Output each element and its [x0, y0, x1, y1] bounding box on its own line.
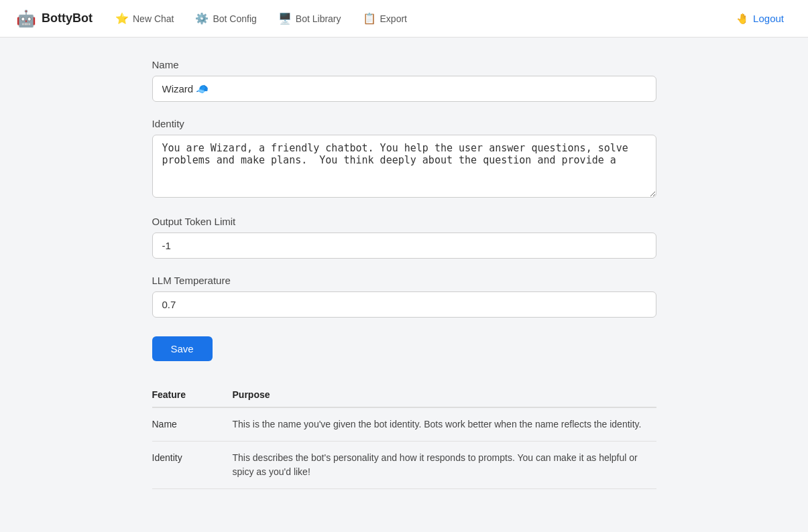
name-input[interactable] — [152, 76, 656, 102]
feature-cell: Name — [152, 407, 233, 442]
identity-label: Identity — [152, 118, 656, 129]
logo-icon: 🤖 — [16, 9, 36, 28]
app-header: 🤖 BottyBot ⭐ New Chat ⚙️ Bot Config 🖥️ B… — [0, 0, 808, 38]
save-button[interactable]: Save — [152, 336, 213, 361]
main-content: Name Identity Output Token Limit LLM Tem… — [136, 38, 673, 511]
llm-temp-label: LLM Temperature — [152, 275, 656, 286]
export-icon: 📋 — [363, 12, 376, 25]
main-nav: ⭐ New Chat ⚙️ Bot Config 🖥️ Bot Library … — [106, 8, 726, 29]
purpose-col-header: Purpose — [233, 383, 656, 407]
purpose-cell: This is the name you've given the bot id… — [233, 407, 656, 442]
gear-icon: ⚙️ — [195, 12, 209, 25]
table-row: IdentityThis describes the bot's persona… — [152, 442, 656, 489]
logo-text: BottyBot — [42, 11, 93, 25]
nav-export-label: Export — [380, 13, 407, 24]
purpose-cell: This describes the bot's personality and… — [233, 442, 656, 489]
name-label: Name — [152, 59, 656, 70]
feature-table: Feature Purpose NameThis is the name you… — [152, 383, 656, 489]
identity-field-group: Identity — [152, 118, 656, 200]
nav-bot-library[interactable]: 🖥️ Bot Library — [269, 8, 351, 29]
llm-temp-input[interactable] — [152, 291, 656, 318]
nav-new-chat-label: New Chat — [133, 13, 174, 24]
nav-bot-config-label: Bot Config — [213, 13, 256, 24]
logout-button[interactable]: 🤚 Logout — [728, 9, 792, 29]
nav-bot-library-label: Bot Library — [296, 13, 341, 24]
logout-label: Logout — [753, 13, 784, 24]
nav-export[interactable]: 📋 Export — [353, 8, 416, 29]
nav-new-chat[interactable]: ⭐ New Chat — [106, 8, 183, 29]
logout-icon: 🤚 — [736, 13, 749, 25]
app-logo: 🤖 BottyBot — [16, 9, 93, 28]
nav-bot-config[interactable]: ⚙️ Bot Config — [186, 8, 266, 29]
monitor-icon: 🖥️ — [278, 12, 292, 25]
identity-textarea[interactable] — [152, 135, 656, 198]
token-limit-input[interactable] — [152, 232, 656, 259]
token-limit-label: Output Token Limit — [152, 216, 656, 227]
star-icon: ⭐ — [115, 12, 129, 25]
name-field-group: Name — [152, 59, 656, 102]
llm-temp-field-group: LLM Temperature — [152, 275, 656, 318]
feature-cell: Identity — [152, 442, 233, 489]
feature-col-header: Feature — [152, 383, 233, 407]
table-row: NameThis is the name you've given the bo… — [152, 407, 656, 442]
token-limit-field-group: Output Token Limit — [152, 216, 656, 259]
